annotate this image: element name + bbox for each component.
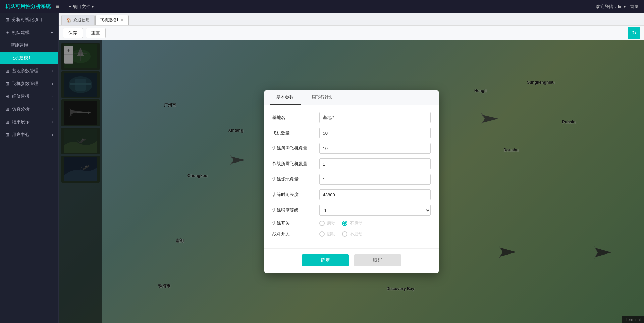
label-training-aircraft: 训练所需飞机数量 [272, 145, 319, 151]
top-header: 机队可用性分析系统 ≡ + 项目文件 ▾ 欢迎登陆：lin ▾ 首页 [0, 0, 644, 13]
modal-overlay: 基本参数 一周飞行计划 基地名 [59, 40, 644, 323]
map-area: 广州市 Xintang Chongkou 珠海市 Discovery Bay H… [59, 40, 644, 323]
combat-switch-stop[interactable]: 不启动 [342, 231, 363, 237]
combat-start-label: 启动 [327, 231, 335, 237]
maintenance-icon: ⊞ [5, 94, 9, 99]
combat-switch-start[interactable]: 启动 [319, 231, 335, 237]
form-row-combat-aircraft: 作战所需飞机数量 [272, 158, 431, 169]
sidebar-label-fleet: 机队建模 [12, 30, 30, 36]
results-icon: ⊞ [5, 119, 9, 125]
combat-stop-radio[interactable] [342, 231, 347, 237]
refresh-icon: ↻ [632, 30, 636, 36]
sidebar-item-fleet[interactable]: ✈ 机队建模 ▾ [0, 26, 58, 39]
header-right: 欢迎登陆：lin ▾ 首页 [596, 4, 639, 10]
simulation-icon: ⊞ [5, 106, 9, 112]
user-center-icon: ⊞ [5, 132, 9, 137]
fleet-chevron: ▾ [51, 31, 53, 35]
user-center-chevron: ‹ [52, 133, 53, 137]
sidebar-item-analysis[interactable]: ⊞ 分析可视化项目 [0, 13, 58, 26]
label-training-venues: 训练场地数量: [272, 176, 319, 182]
toolbar: 保存 重置 ↻ [59, 26, 644, 40]
label-training-duration: 训练时间长度: [272, 192, 319, 198]
sidebar-label-new-model: 新建建模 [11, 42, 28, 48]
home-link[interactable]: 首页 [630, 4, 639, 10]
sidebar-item-base-params[interactable]: ⊞ 基地参数管理 ‹ [0, 64, 58, 77]
form-row-training-intensity: 训练强度等级: 1 2 3 4 5 [272, 205, 431, 216]
base-params-chevron: ‹ [52, 69, 53, 73]
simulation-chevron: ‹ [52, 107, 53, 111]
input-combat-aircraft[interactable] [319, 158, 431, 169]
form-row-training-aircraft: 训练所需飞机数量 [272, 143, 431, 154]
aircraft-params-chevron: ‹ [52, 82, 53, 86]
select-training-intensity[interactable]: 1 2 3 4 5 [319, 205, 431, 216]
form-row-training-duration: 训练时间长度: [272, 189, 431, 200]
training-start-label: 启动 [327, 220, 335, 226]
combat-switch-group: 启动 不启动 [319, 231, 363, 237]
sidebar-item-user-center[interactable]: ⊞ 用户中心 ‹ [0, 128, 58, 141]
analysis-icon: ⊞ [5, 17, 9, 22]
label-training-switch: 训练开关: [272, 220, 319, 226]
refresh-button[interactable]: ↻ [628, 27, 640, 39]
modal-footer: 确定 取消 [264, 248, 439, 273]
input-training-duration[interactable] [319, 189, 431, 200]
training-switch-group: 启动 不启动 [319, 220, 363, 226]
combat-stop-label: 不启动 [350, 231, 363, 237]
sidebar-label-maintenance: 维修建模 [12, 93, 30, 99]
sidebar-label-results: 结果展示 [12, 119, 30, 125]
modal-body: 基地名 飞机数量 训练所需飞机数量 [264, 105, 439, 248]
form-row-base-name: 基地名 [272, 112, 431, 123]
form-row-training-venues: 训练场地数量: [272, 174, 431, 185]
maintenance-chevron: ‹ [52, 94, 53, 98]
tab-close-icon[interactable]: ✕ [121, 18, 124, 22]
confirm-button[interactable]: 确定 [302, 254, 349, 266]
tab-welcome-label: 欢迎使用 [73, 17, 90, 23]
training-start-radio[interactable] [319, 221, 325, 226]
tab-welcome[interactable]: 🏠 欢迎使用 [61, 15, 95, 25]
cancel-button[interactable]: 取消 [354, 254, 401, 266]
modal-dialog: 基本参数 一周飞行计划 基地名 [264, 90, 439, 273]
combat-start-radio[interactable] [319, 231, 325, 237]
home-tab-icon: 🏠 [66, 18, 71, 23]
sidebar-label-aircraft-params: 飞机参数管理 [12, 81, 38, 87]
label-base-name: 基地名 [272, 114, 319, 121]
input-aircraft-count[interactable] [319, 128, 431, 138]
app-title: 机队可用性分析系统 [5, 3, 51, 10]
sidebar-item-simulation[interactable]: ⊞ 仿真分析 ‹ [0, 103, 58, 116]
sidebar-item-aircraft-params[interactable]: ⊞ 飞机参数管理 ‹ [0, 77, 58, 90]
training-switch-stop[interactable]: 不启动 [342, 220, 363, 226]
modal-tabs: 基本参数 一周飞行计划 [264, 90, 439, 105]
results-chevron: ‹ [52, 120, 53, 124]
content-area: 🏠 欢迎使用 飞机建模1 ✕ 保存 重置 ↻ 广州市 Xintang Chong… [59, 13, 644, 323]
sidebar-label-analysis: 分析可视化项目 [12, 17, 43, 23]
input-training-aircraft[interactable] [319, 143, 431, 154]
training-switch-start[interactable]: 启动 [319, 220, 335, 226]
input-base-name[interactable] [319, 112, 431, 123]
training-stop-label: 不启动 [350, 220, 363, 226]
fleet-icon: ✈ [5, 30, 9, 35]
form-row-combat-switch: 战斗开关: 启动 不启动 [272, 231, 431, 237]
label-combat-aircraft: 作战所需飞机数量 [272, 161, 319, 167]
sidebar-label-simulation: 仿真分析 [12, 106, 30, 112]
sidebar-item-results[interactable]: ⊞ 结果展示 ‹ [0, 116, 58, 128]
tab-aircraft-model[interactable]: 飞机建模1 ✕ [95, 15, 129, 25]
label-training-intensity: 训练强度等级: [272, 207, 319, 213]
sidebar-item-new-model[interactable]: 新建建模 [0, 39, 58, 52]
project-file-menu[interactable]: + 项目文件 ▾ [69, 4, 94, 10]
training-stop-radio[interactable] [342, 221, 347, 226]
label-aircraft-count: 飞机数量 [272, 130, 319, 136]
save-button[interactable]: 保存 [63, 28, 83, 38]
modal-tab-weekly[interactable]: 一周飞行计划 [301, 90, 340, 105]
user-info[interactable]: 欢迎登陆：lin ▾ [596, 4, 626, 10]
sidebar-item-maintenance[interactable]: ⊞ 维修建模 ‹ [0, 90, 58, 103]
sidebar-label-base-params: 基地参数管理 [12, 68, 38, 74]
aircraft-params-icon: ⊞ [5, 81, 9, 86]
input-training-venues[interactable] [319, 174, 431, 185]
menu-button[interactable]: ≡ [56, 3, 60, 10]
modal-tab-basic[interactable]: 基本参数 [270, 90, 301, 105]
tabs-bar: 🏠 欢迎使用 飞机建模1 ✕ [59, 13, 644, 26]
sidebar-item-aircraft-model[interactable]: 飞机建模1 [0, 52, 58, 64]
sidebar-label-aircraft-model: 飞机建模1 [11, 55, 31, 61]
tab-aircraft-model-label: 飞机建模1 [100, 17, 119, 23]
reset-button[interactable]: 重置 [86, 28, 106, 38]
label-combat-switch: 战斗开关: [272, 231, 319, 237]
